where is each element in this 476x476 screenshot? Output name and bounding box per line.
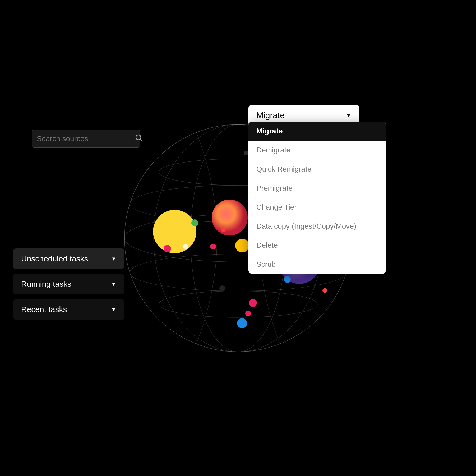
migrate-menu-item-demigrate[interactable]: Demigrate: [248, 141, 386, 160]
migrate-menu-item-data-copy[interactable]: Data copy (Ingest/Copy/Move): [248, 217, 386, 236]
migrate-menu-item-delete[interactable]: Delete: [248, 236, 386, 255]
migrate-menu-item-scrub[interactable]: Scrub: [248, 255, 386, 274]
migrate-menu-item-change-tier[interactable]: Change Tier: [248, 198, 386, 217]
svg-point-24: [221, 227, 226, 232]
search-input[interactable]: [37, 135, 131, 143]
migrate-dropdown-menu: Migrate Demigrate Quick Remigrate Premig…: [248, 122, 386, 274]
recent-tasks-label: Recent tasks: [21, 305, 67, 314]
recent-tasks-chevron: ▼: [111, 307, 116, 313]
svg-point-20: [210, 244, 216, 249]
svg-point-30: [249, 299, 257, 307]
unscheduled-tasks-chevron: ▼: [111, 256, 116, 262]
svg-point-31: [245, 311, 251, 316]
svg-point-28: [284, 276, 291, 283]
svg-point-11: [244, 151, 248, 155]
task-panels: Unscheduled tasks ▼ Running tasks ▼ Rece…: [13, 248, 124, 320]
svg-point-32: [237, 318, 247, 328]
svg-point-17: [153, 210, 196, 253]
svg-point-23: [191, 219, 198, 226]
search-box[interactable]: [32, 130, 140, 148]
svg-point-29: [322, 288, 327, 293]
svg-point-18: [164, 245, 171, 252]
migrate-menu-item-quick-remigrate[interactable]: Quick Remigrate: [248, 160, 386, 179]
svg-line-35: [140, 139, 142, 141]
migrate-trigger-chevron: ▼: [346, 112, 352, 119]
svg-point-19: [183, 244, 188, 249]
migrate-trigger-label: Migrate: [256, 110, 285, 120]
unscheduled-tasks-panel[interactable]: Unscheduled tasks ▼: [13, 248, 124, 269]
search-icon[interactable]: [135, 133, 143, 144]
migrate-menu-item-premigrate[interactable]: Premigrate: [248, 179, 386, 198]
svg-point-16: [212, 200, 248, 235]
svg-point-21: [235, 239, 249, 252]
recent-tasks-panel[interactable]: Recent tasks ▼: [13, 299, 124, 320]
running-tasks-panel[interactable]: Running tasks ▼: [13, 274, 124, 294]
svg-point-33: [219, 285, 225, 291]
migrate-menu-item-migrate[interactable]: Migrate: [248, 122, 386, 141]
unscheduled-tasks-label: Unscheduled tasks: [21, 254, 88, 263]
running-tasks-chevron: ▼: [111, 281, 116, 287]
running-tasks-label: Running tasks: [21, 280, 71, 289]
